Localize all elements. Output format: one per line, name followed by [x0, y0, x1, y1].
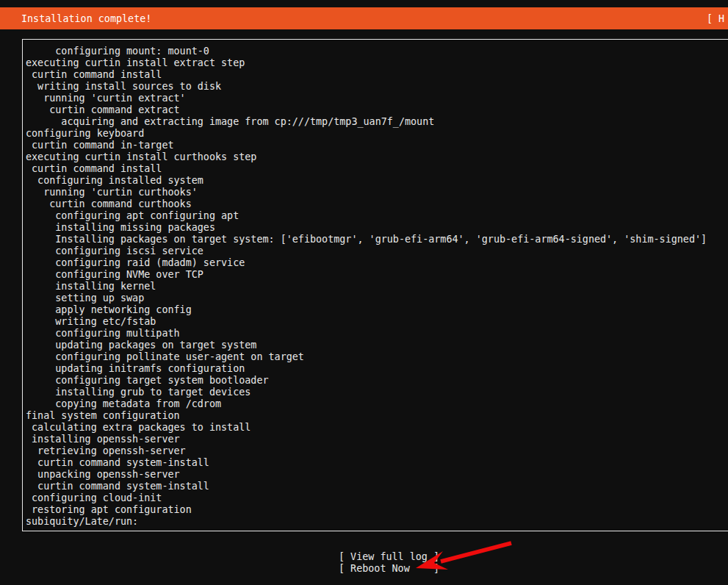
view-full-log-button[interactable]: [ View full log ] — [339, 551, 439, 563]
page-title: Installation complete! — [21, 13, 151, 24]
reboot-now-button[interactable]: [ Reboot Now ] — [339, 563, 439, 575]
installer-screen: Installation complete! [ H configuring m… — [0, 0, 728, 585]
footer-actions: [ View full log ] [ Reboot Now ] — [339, 551, 439, 575]
install-log-box[interactable]: configuring mount: mount-0 executing cur… — [22, 39, 728, 531]
help-button[interactable]: [ H — [707, 13, 724, 24]
install-log: configuring mount: mount-0 executing cur… — [23, 40, 728, 528]
header-bar: Installation complete! [ H — [0, 7, 728, 29]
